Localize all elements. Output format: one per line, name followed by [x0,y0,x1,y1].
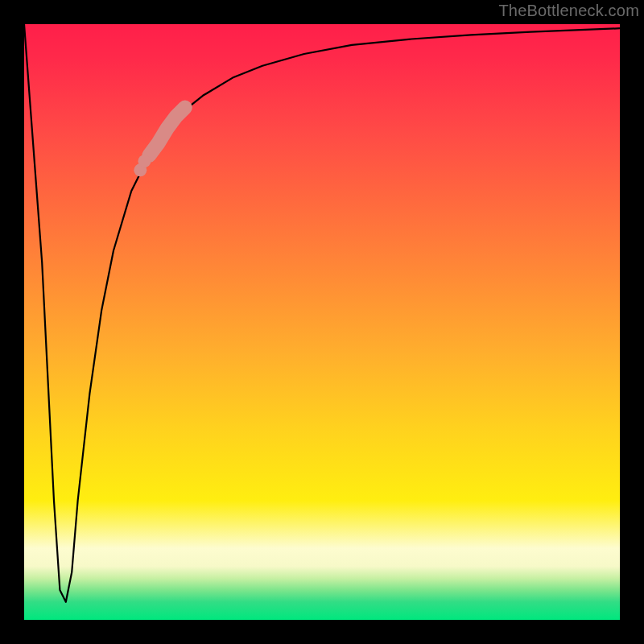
plot-area [24,24,620,620]
highlight-band [149,108,184,155]
chart-frame: TheBottleneck.com [0,0,644,644]
chart-svg [24,24,620,620]
watermark-text: TheBottleneck.com [498,2,639,20]
highlight-dot-lower-2 [138,155,151,167]
bottleneck-curve [24,24,620,602]
